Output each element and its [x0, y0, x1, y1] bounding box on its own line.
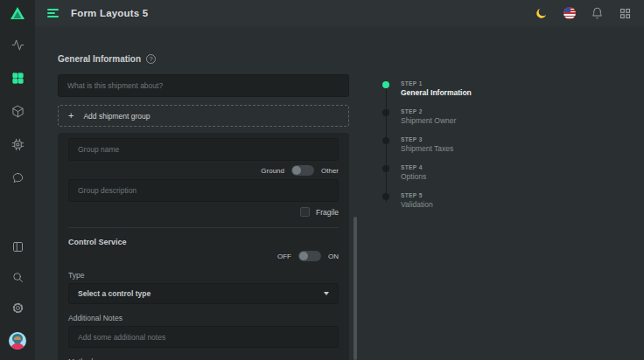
sidebar-item-settings[interactable] — [11, 301, 24, 315]
step-dot — [382, 165, 389, 172]
sidebar-item-hardware[interactable] — [11, 138, 24, 151]
sidebar-item-components[interactable] — [11, 105, 24, 118]
sidebar-item-messages[interactable] — [11, 171, 24, 184]
ground-other-toggle[interactable] — [291, 165, 314, 176]
bell-icon — [591, 7, 604, 20]
page-title: Form Layouts 5 — [71, 8, 148, 18]
sidebar-toggle-button[interactable] — [47, 9, 60, 17]
control-service-label: Control Service — [68, 238, 339, 246]
plus-icon: + — [68, 111, 74, 121]
cube-icon — [11, 105, 24, 118]
shipment-group-card: Ground Other Fragile Control Service OFF… — [58, 133, 349, 360]
card-divider — [68, 227, 339, 228]
avatar-shirt — [10, 343, 24, 350]
on-label: ON — [328, 253, 339, 260]
app-window: Form Layouts 5 — [0, 0, 644, 360]
apps-grid-icon — [619, 7, 632, 20]
section-header: General Information ? — [58, 54, 349, 64]
form-scrollbar[interactable] — [354, 217, 357, 360]
pulse-icon — [11, 38, 24, 52]
step-title: Validation — [401, 200, 433, 209]
us-flag-icon — [564, 7, 576, 19]
step-item-general-information[interactable]: STEP 1 General Information — [382, 80, 557, 97]
search-icon — [11, 271, 24, 284]
main-content: General Information ? + Add shipment gro… — [35, 26, 644, 360]
ground-other-toggle-row: Ground Other — [68, 165, 339, 176]
additional-notes-input[interactable] — [68, 326, 339, 348]
toggle-knob — [292, 166, 301, 175]
toggle-knob — [299, 252, 308, 260]
add-shipment-group-button[interactable]: + Add shipment group — [58, 105, 349, 127]
sidebar-bottom-nav — [9, 240, 26, 360]
notifications-button[interactable] — [591, 7, 604, 20]
step-item-options[interactable]: STEP 4 Options — [382, 164, 557, 181]
app-logo[interactable] — [0, 0, 35, 26]
step-title: General Information — [401, 88, 472, 97]
step-title: Shipment Taxes — [401, 144, 453, 153]
group-name-input[interactable] — [68, 138, 339, 161]
step-label: STEP 3 — [401, 136, 453, 142]
shipment-form: General Information ? + Add shipment gro… — [58, 54, 349, 360]
fragile-label: Fragile — [316, 208, 339, 217]
layout-columns-icon — [11, 240, 24, 253]
step-label: STEP 1 — [401, 80, 472, 87]
other-label: Other — [321, 167, 339, 175]
off-on-toggle[interactable] — [298, 251, 321, 261]
off-label: OFF — [277, 253, 291, 260]
cpu-icon — [11, 138, 24, 151]
shipment-about-input[interactable] — [58, 74, 349, 97]
fragile-checkbox[interactable] — [300, 207, 310, 217]
section-title: General Information — [58, 54, 141, 64]
type-label: Type — [68, 271, 339, 280]
sidebar-item-layout-toggle[interactable] — [11, 240, 24, 253]
sidebar-item-activity[interactable] — [11, 38, 24, 52]
header-actions — [535, 7, 632, 20]
notes-label: Additional Notes — [68, 314, 339, 322]
grid-icon — [11, 72, 24, 85]
fragile-row: Fragile — [68, 207, 339, 217]
top-header: Form Layouts 5 — [35, 0, 644, 26]
theme-toggle-button[interactable] — [535, 7, 548, 20]
control-type-value: Select a control type — [78, 289, 150, 298]
step-label: STEP 4 — [401, 164, 426, 170]
logo-triangle-icon — [10, 6, 25, 20]
chevron-down-icon — [324, 292, 329, 295]
app-menu-button[interactable] — [619, 7, 632, 20]
wizard-steps: STEP 1 General Information STEP 2 Shipme… — [382, 80, 557, 220]
step-title: Shipment Owner — [401, 116, 456, 125]
sidebar-item-layouts[interactable] — [11, 72, 24, 85]
step-item-validation[interactable]: STEP 5 Validation — [382, 192, 557, 209]
step-dot — [382, 109, 389, 116]
control-type-select[interactable]: Select a control type — [68, 283, 339, 304]
sidebar — [0, 0, 35, 360]
add-shipment-group-label: Add shipment group — [83, 112, 150, 121]
user-avatar[interactable] — [9, 332, 26, 350]
help-icon[interactable]: ? — [146, 54, 156, 64]
step-item-shipment-owner[interactable]: STEP 2 Shipment Owner — [382, 108, 557, 125]
sidebar-nav — [11, 26, 24, 184]
off-on-toggle-row: OFF ON — [68, 251, 339, 261]
step-dot — [382, 193, 389, 200]
ground-label: Ground — [261, 167, 284, 175]
sidebar-item-search[interactable] — [11, 271, 24, 284]
step-dot-active — [382, 81, 389, 88]
language-selector[interactable] — [563, 7, 576, 20]
step-item-shipment-taxes[interactable]: STEP 3 Shipment Taxes — [382, 136, 557, 153]
step-label: STEP 5 — [401, 192, 433, 198]
moon-icon — [535, 7, 548, 20]
group-description-input[interactable] — [68, 179, 339, 202]
gear-icon — [11, 301, 24, 315]
step-label: STEP 2 — [401, 108, 456, 114]
chat-bubble-icon — [11, 171, 24, 184]
step-title: Options — [401, 172, 426, 181]
step-dot — [382, 137, 389, 144]
